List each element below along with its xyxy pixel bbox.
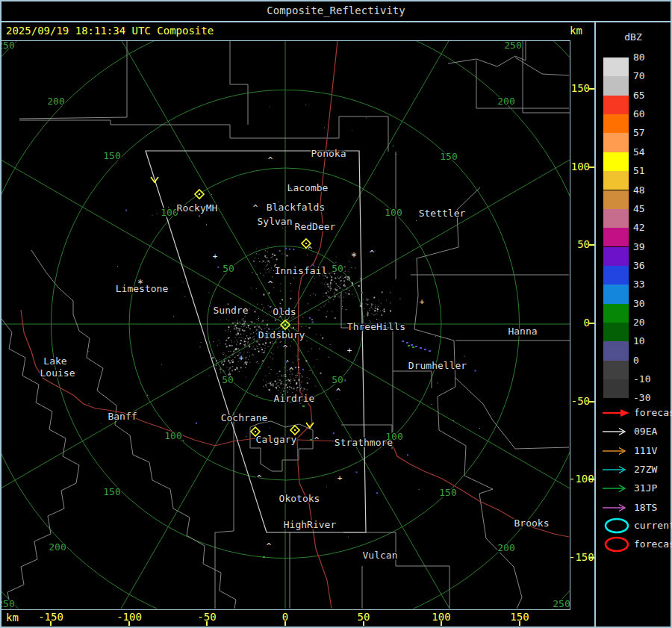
azimuth-spoke <box>285 115 570 324</box>
echo-pixel <box>243 319 243 320</box>
echo-pixel <box>284 376 284 376</box>
echo-pixel <box>332 311 332 312</box>
echo-pixel <box>240 334 240 335</box>
echo-pixel <box>335 288 336 290</box>
echo-pixel <box>336 294 337 295</box>
echo-pixel <box>276 258 278 260</box>
echo-pixel <box>231 362 231 363</box>
echo-pixel <box>246 361 248 363</box>
radar-app-window: Composite_Reflectivity 2025/09/19 18:11:… <box>0 0 672 628</box>
echo-pixel <box>296 383 297 385</box>
echo-pixel <box>281 376 281 376</box>
echo-pixel <box>324 284 325 285</box>
echo-pixel <box>327 284 328 285</box>
echo-pixel <box>325 304 326 305</box>
echo-pixel <box>248 341 249 342</box>
echo-pixel <box>268 346 269 347</box>
dbz-color-swatch <box>603 57 629 76</box>
caret-marker: ^ <box>283 343 288 353</box>
echo-pixel <box>239 338 240 338</box>
echo-pixel <box>217 345 218 346</box>
dbz-color-swatch <box>603 285 629 303</box>
timestamp-label: 2025/09/19 18:11:34 UTC Composite <box>6 25 214 37</box>
echo-pixel <box>378 320 379 320</box>
dbz-level-label: 33 <box>633 279 666 290</box>
echo-pixel <box>216 368 217 369</box>
echo-pixel <box>236 334 237 335</box>
echo-pixel <box>335 296 336 297</box>
echo-pixel <box>416 220 417 221</box>
echo-pixel <box>295 367 296 368</box>
echo-pixel <box>330 349 331 350</box>
echo-pixel <box>333 299 334 300</box>
echo-pixel <box>293 327 294 329</box>
echo-pixel <box>287 391 288 392</box>
echo-pixel <box>252 349 252 349</box>
echo-pixel <box>344 266 346 267</box>
echo-pixel <box>296 391 297 391</box>
echo-pixel-blue <box>407 454 408 456</box>
echo-pixel <box>225 355 226 356</box>
echo-pixel <box>237 340 237 341</box>
echo-pixel <box>249 355 250 356</box>
echo-pixel <box>432 404 432 405</box>
echo-pixel <box>262 343 264 345</box>
echo-pixel <box>220 320 221 320</box>
azimuth-spoke <box>285 324 570 533</box>
echo-pixel <box>261 347 261 348</box>
echo-pixel <box>371 307 372 308</box>
county-boundary <box>1 319 79 609</box>
echo-pixel <box>282 376 283 376</box>
city-label: Innisfail <box>275 265 327 276</box>
echo-pixel <box>319 348 320 349</box>
echo-pixel <box>331 276 332 278</box>
echo-pixel <box>243 326 244 327</box>
echo-pixel <box>329 296 330 298</box>
range-ring-label: 100 <box>164 430 181 441</box>
range-ring-label: 100 <box>161 207 178 218</box>
echo-pixel <box>296 328 296 329</box>
echo-pixel <box>343 278 343 279</box>
echo-pixel <box>349 269 349 270</box>
echo-pixel-blue <box>196 423 197 424</box>
echo-pixel <box>338 296 339 296</box>
echo-pixel <box>235 337 236 338</box>
city-label: HighRiver <box>284 519 337 530</box>
echo-pixel <box>239 329 240 330</box>
echo-pixel <box>324 128 325 128</box>
radar-plot[interactable]: 5050505010010010010015015015015020020020… <box>1 41 570 609</box>
echo-pixel <box>229 362 231 364</box>
county-boundary <box>19 116 388 152</box>
echo-pixel <box>287 383 287 384</box>
echo-pixel-blue <box>415 346 417 347</box>
echo-pixel <box>270 270 270 270</box>
echo-pixel <box>244 326 245 326</box>
echo-pixel <box>349 290 350 291</box>
echo-pixel <box>351 267 352 268</box>
echo-pixel <box>299 323 299 324</box>
echo-pixel <box>276 255 276 255</box>
echo-pixel-green <box>310 439 312 441</box>
city-label: Cochrane <box>221 412 268 423</box>
echo-pixel <box>267 320 267 320</box>
dbz-level-label: 39 <box>633 241 666 252</box>
echo-pixel <box>182 282 183 282</box>
echo-pixel <box>329 357 329 358</box>
echo-pixel <box>260 327 261 328</box>
echo-pixel <box>289 389 290 390</box>
echo-pixel <box>246 436 246 437</box>
echo-pixel <box>349 279 350 281</box>
echo-pixel <box>236 367 237 369</box>
echo-pixel <box>253 346 254 346</box>
echo-pixel <box>258 348 258 349</box>
echo-pixel <box>335 317 336 319</box>
echo-pixel <box>326 487 327 488</box>
echo-pixel <box>229 367 231 369</box>
echo-pixel <box>271 306 272 307</box>
echo-pixel <box>265 385 267 386</box>
caret-marker: ^ <box>314 435 320 445</box>
echo-pixel <box>232 354 234 355</box>
echo-pixel <box>326 292 327 293</box>
echo-pixel <box>264 328 265 329</box>
dbz-color-swatch <box>603 247 629 266</box>
